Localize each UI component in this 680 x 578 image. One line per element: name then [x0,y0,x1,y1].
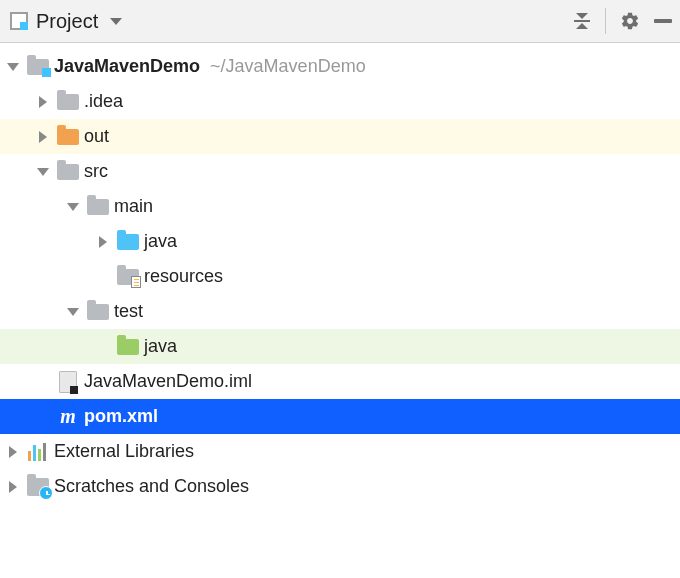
node-label: pom.xml [82,406,158,427]
expand-arrow[interactable] [32,168,54,176]
expand-arrow[interactable] [2,446,24,458]
resources-folder-icon [114,269,142,285]
tree-node-out[interactable]: out [0,119,680,154]
module-folder-icon [24,59,52,75]
tree-node-main-java[interactable]: java [0,224,680,259]
toolbar-divider [605,8,606,34]
node-label: JavaMavenDemo.iml [82,371,252,392]
node-label: resources [142,266,223,287]
expand-arrow[interactable] [32,131,54,143]
scratches-icon [24,478,52,496]
tree-node-idea[interactable]: .idea [0,84,680,119]
collapse-all-icon[interactable] [573,13,591,29]
tree-node-external-libraries[interactable]: External Libraries [0,434,680,469]
node-label: External Libraries [52,441,194,462]
folder-icon [84,304,112,320]
expand-arrow [92,273,114,281]
excluded-folder-icon [54,129,82,145]
gear-icon[interactable] [620,11,640,31]
expand-arrow [32,378,54,386]
node-label: java [142,336,177,357]
maven-file-icon: m [54,407,82,427]
node-label: main [112,196,153,217]
tree-node-root[interactable]: JavaMavenDemo ~/JavaMavenDemo [0,49,680,84]
tree-node-iml[interactable]: JavaMavenDemo.iml [0,364,680,399]
tree-node-test-java[interactable]: java [0,329,680,364]
tree-node-test[interactable]: test [0,294,680,329]
node-label: JavaMavenDemo [52,56,200,77]
expand-arrow [32,413,54,421]
hide-icon[interactable] [654,19,672,23]
folder-icon [54,94,82,110]
node-label: Scratches and Consoles [52,476,249,497]
test-folder-icon [114,339,142,355]
expand-arrow[interactable] [32,96,54,108]
chevron-down-icon[interactable] [110,18,122,25]
source-folder-icon [114,234,142,250]
tree-node-main[interactable]: main [0,189,680,224]
tree-node-src[interactable]: src [0,154,680,189]
project-view-icon[interactable] [10,12,28,30]
view-selector-label[interactable]: Project [36,10,98,33]
tree-node-pom[interactable]: m pom.xml [0,399,680,434]
expand-arrow[interactable] [92,236,114,248]
expand-arrow[interactable] [2,481,24,493]
node-label: src [82,161,108,182]
node-label: java [142,231,177,252]
iml-file-icon [54,371,82,393]
node-label: test [112,301,143,322]
expand-arrow[interactable] [62,308,84,316]
folder-icon [84,199,112,215]
tree-node-scratches[interactable]: Scratches and Consoles [0,469,680,504]
expand-arrow[interactable] [62,203,84,211]
folder-icon [54,164,82,180]
node-label: .idea [82,91,123,112]
node-label: out [82,126,109,147]
expand-arrow[interactable] [2,63,24,71]
node-hint: ~/JavaMavenDemo [210,56,366,77]
project-tree: JavaMavenDemo ~/JavaMavenDemo .idea out … [0,43,680,504]
project-toolbar: Project [0,0,680,43]
expand-arrow [92,343,114,351]
tree-node-resources[interactable]: resources [0,259,680,294]
libraries-icon [24,443,52,461]
